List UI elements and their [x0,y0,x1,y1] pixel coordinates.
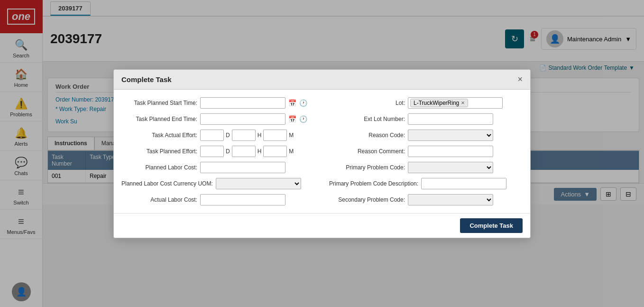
ext-lot-input[interactable] [408,113,493,125]
end-time-label: Task Planned End Time: [121,116,197,122]
lot-tag: L-TruckWiperRing × [410,99,468,107]
actual-effort-d-input[interactable] [200,130,224,141]
start-time-label: Task Planned Start Time: [121,100,197,106]
secondary-problem-code-select[interactable] [408,194,493,205]
complete-task-button[interactable]: Complete Task [460,218,523,233]
lot-label: Lot: [329,100,405,106]
modal-body: Task Planned Start Time: 📅 🕐 Task Planne… [114,90,530,213]
complete-task-modal: Complete Task × Task Planned Start Time:… [113,69,531,238]
planned-effort-d-input[interactable] [200,146,224,157]
actual-effort-m-input[interactable] [263,130,287,141]
form-row-labor-cost-uom: Planned Labor Cost Currency UOM: [121,178,315,189]
start-time-calendar-icon[interactable]: 📅 [288,99,296,107]
lot-input-container: L-TruckWiperRing × [408,97,503,109]
form-row-actual-labor-cost: Actual Labor Cost: [121,194,315,205]
modal-title: Complete Task [121,75,172,84]
planned-labor-cost-label: Planned Labor Cost: [121,164,197,171]
modal-close-button[interactable]: × [517,74,523,84]
modal-left-column: Task Planned Start Time: 📅 🕐 Task Planne… [121,97,315,205]
planned-effort-d-label: D [226,148,230,155]
planned-labor-cost-input[interactable] [200,162,285,173]
actual-effort-d-label: D [226,132,230,139]
form-row-start-time: Task Planned Start Time: 📅 🕐 [121,97,315,109]
planned-effort-h-input[interactable] [232,146,256,157]
form-row-end-time: Task Planned End Time: 📅 🕐 [121,113,315,125]
form-row-reason-comment: Reason Comment: [329,146,523,157]
primary-problem-code-label: Primary Problem Code: [329,164,405,171]
modal-footer: Complete Task [114,213,530,238]
reason-comment-label: Reason Comment: [329,148,405,155]
end-time-input[interactable] [200,113,285,125]
start-time-clock-icon[interactable]: 🕐 [299,99,307,107]
planned-effort-h-label: H [258,148,262,155]
form-row-planned-labor-cost: Planned Labor Cost: [121,162,315,173]
actual-labor-cost-input[interactable] [200,194,285,205]
actual-effort-m-label: M [289,132,294,139]
lot-tag-value: L-TruckWiperRing [414,100,459,106]
actual-effort-h-input[interactable] [232,130,256,141]
planned-effort-m-input[interactable] [263,146,287,157]
start-time-input[interactable] [200,97,285,109]
modal-overlay: Complete Task × Task Planned Start Time:… [0,0,644,307]
ext-lot-label: Ext Lot Number: [329,116,405,122]
form-row-primary-problem-desc: Primary Problem Code Description: [329,178,523,189]
primary-problem-code-select[interactable] [408,162,493,173]
modal-right-column: Lot: L-TruckWiperRing × Ext Lot Number: [329,97,523,205]
lot-tag-remove-button[interactable]: × [461,100,465,106]
end-time-calendar-icon[interactable]: 📅 [288,115,296,123]
planned-effort-label: Task Planned Effort: [121,148,197,155]
labor-cost-uom-label: Planned Labor Cost Currency UOM: [121,180,213,187]
reason-comment-input[interactable] [408,146,493,157]
actual-effort-inputs: D H M [200,130,294,141]
labor-cost-uom-select[interactable] [216,178,301,189]
form-row-actual-effort: Task Actual Effort: D H M [121,130,315,141]
actual-effort-h-label: H [258,132,262,139]
form-row-ext-lot: Ext Lot Number: [329,113,523,125]
actual-labor-cost-label: Actual Labor Cost: [121,196,197,203]
form-row-planned-effort: Task Planned Effort: D H M [121,146,315,157]
form-row-lot: Lot: L-TruckWiperRing × [329,97,523,109]
modal-header: Complete Task × [114,70,530,90]
secondary-problem-code-label: Secondary Problem Code: [329,196,405,203]
end-time-clock-icon[interactable]: 🕐 [299,115,307,123]
planned-effort-inputs: D H M [200,146,294,157]
actual-effort-label: Task Actual Effort: [121,132,197,139]
reason-code-select[interactable] [408,130,493,141]
reason-code-label: Reason Code: [329,132,405,139]
form-row-primary-problem-code: Primary Problem Code: [329,162,523,173]
planned-effort-m-label: M [289,148,294,155]
form-row-secondary-problem-code: Secondary Problem Code: [329,194,523,205]
form-row-reason-code: Reason Code: [329,130,523,141]
primary-problem-desc-label: Primary Problem Code Description: [329,180,418,187]
primary-problem-desc-input[interactable] [421,178,506,189]
